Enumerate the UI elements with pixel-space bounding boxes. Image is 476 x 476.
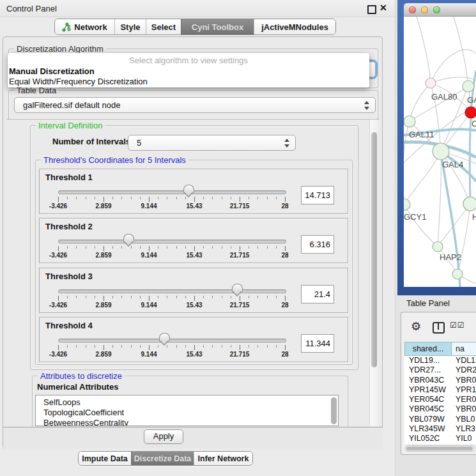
- table-row[interactable]: YDR27...YDR2: [404, 365, 476, 375]
- tab-label: Select: [151, 22, 176, 32]
- slider-track[interactable]: [58, 190, 286, 194]
- network-edge: [438, 151, 441, 247]
- scrollbar-thumb[interactable]: [406, 447, 473, 450]
- tab-select[interactable]: Select: [146, 19, 181, 35]
- zoom-traffic-light[interactable]: [433, 6, 440, 13]
- tab-infer-network[interactable]: Infer Network: [194, 452, 252, 465]
- tab-impute-data[interactable]: Impute Data: [79, 452, 131, 465]
- slider-track[interactable]: [58, 240, 286, 243]
- slider-track[interactable]: [58, 339, 286, 342]
- slider-thumb[interactable]: [123, 234, 134, 247]
- close-icon[interactable]: ✕: [380, 3, 387, 13]
- scrollbar-thumb[interactable]: [371, 132, 377, 367]
- threshold-row: Threshold 1-3.4262.8599.14415.4321.71528…: [39, 169, 348, 214]
- tab-jactivemnodules[interactable]: jActiveMNodules: [254, 19, 335, 35]
- minimize-traffic-light[interactable]: [421, 6, 428, 13]
- network-icon: [62, 22, 71, 32]
- gear-icon[interactable]: ⚙: [411, 319, 421, 333]
- network-node[interactable]: [465, 107, 476, 118]
- numerical-attributes-list[interactable]: SelfLoopsTopologicalCoefficientBetweenne…: [35, 395, 339, 426]
- interval-definition-group-title: Interval Definition: [36, 121, 105, 130]
- network-edge-thick: [441, 151, 460, 287]
- attribute-list-item[interactable]: BetweennessCentrality: [36, 418, 338, 426]
- threshold-label: Threshold 3: [45, 272, 93, 281]
- network-node[interactable]: [426, 78, 436, 88]
- attributes-group-title: Attributes to discretize: [38, 371, 125, 381]
- table-data-selected-value: galFiltered.sif default node: [23, 100, 120, 110]
- algorithm-dropdown-popup: Select algorithm to view settings Manual…: [8, 53, 369, 88]
- table-horizontal-scrollbar[interactable]: [405, 445, 475, 452]
- table-column-header[interactable]: shared...: [404, 342, 452, 356]
- threshold-row: Threshold 4-3.4262.8599.14415.4321.71528…: [39, 317, 348, 362]
- network-edge: [454, 17, 468, 86]
- threshold-value-field[interactable]: 6.316: [301, 235, 334, 254]
- select-columns-checkboxes-icon[interactable]: ☑☑: [450, 321, 465, 330]
- table-row[interactable]: YBL079WYBL0: [404, 415, 476, 424]
- tab-label: jActiveMNodules: [261, 22, 328, 32]
- algorithm-popup-hint: Select algorithm to view settings: [8, 56, 369, 65]
- table-row[interactable]: YBR045CYBR0: [404, 404, 476, 414]
- threshold-label: Threshold 1: [45, 173, 93, 182]
- table-data-combobox[interactable]: galFiltered.sif default node: [14, 97, 376, 113]
- network-node[interactable]: [433, 242, 443, 252]
- table-row[interactable]: YLR345WYLR3: [404, 424, 476, 434]
- network-node[interactable]: [404, 199, 410, 210]
- float-window-icon[interactable]: [367, 5, 376, 14]
- attribute-list-item[interactable]: TopologicalCoefficient: [36, 408, 338, 418]
- combo-arrows-icon: [364, 100, 369, 111]
- network-node[interactable]: [463, 81, 474, 92]
- node-label: GAL11: [409, 130, 434, 139]
- network-window-titlebar[interactable]: [404, 3, 476, 17]
- table-row[interactable]: YPR145WYPR1: [404, 385, 476, 395]
- cell-name: YER0: [456, 395, 476, 404]
- threshold-value-field[interactable]: 21.4: [301, 285, 334, 303]
- slider-scale-labels: -3.4262.8599.14415.4321.71528: [58, 203, 286, 211]
- table-row[interactable]: YER054CYER0: [404, 395, 476, 404]
- apply-button[interactable]: Apply: [144, 429, 183, 444]
- cell-shared-name: YBR045C: [409, 404, 444, 413]
- cell-shared-name: YDR27...: [409, 365, 441, 374]
- cell-shared-name: YER054C: [409, 395, 444, 404]
- column-layout-icon[interactable]: [433, 322, 445, 334]
- attribute-list-item[interactable]: SelfLoops: [36, 395, 338, 408]
- numerical-attributes-label: Numerical Attributes: [37, 382, 118, 392]
- tab-style[interactable]: Style: [114, 19, 146, 35]
- application-root: Control Panel ✕ NetworkStyleSelectCyni T…: [0, 0, 476, 476]
- threshold-value-field[interactable]: 11.344: [301, 334, 334, 353]
- close-traffic-light[interactable]: [409, 6, 416, 13]
- algorithm-option[interactable]: Equal Width/Frequency Discretization: [9, 77, 148, 86]
- number-of-intervals-spinner[interactable]: 5: [128, 135, 296, 151]
- network-node[interactable]: [463, 197, 476, 211]
- table-column-header[interactable]: na: [451, 342, 476, 356]
- table-panel-titlebar: Table Panel: [397, 295, 476, 312]
- tab-label: Style: [120, 22, 140, 32]
- network-canvas[interactable]: GAL80GACGAL11GAL4GCY1HAHAP2: [404, 17, 476, 287]
- slider-thumb[interactable]: [159, 333, 170, 346]
- list-scrollbar-thumb[interactable]: [331, 397, 337, 424]
- cell-name: YBR0: [456, 404, 476, 413]
- spinner-arrows-icon: [284, 138, 289, 148]
- network-view-window: GAL80GACGAL11GAL4GCY1HAHAP2: [397, 0, 476, 295]
- main-vertical-scrollbar[interactable]: [369, 119, 379, 426]
- cell-shared-name: YPR145W: [409, 385, 446, 394]
- slider-thumb[interactable]: [183, 185, 194, 198]
- tab-discretize-data[interactable]: Discretize Data: [131, 452, 194, 465]
- slider-ticks: [58, 345, 286, 351]
- slider-scale-labels: -3.4262.8599.14415.4321.71528: [58, 302, 286, 310]
- slider-thumb[interactable]: [232, 284, 243, 297]
- table-row[interactable]: YIL052CYIL0: [404, 434, 476, 443]
- table-row[interactable]: YBR043CYBR0: [404, 376, 476, 385]
- network-node[interactable]: [452, 269, 463, 279]
- slider-track[interactable]: [58, 289, 286, 293]
- network-edge: [404, 151, 441, 204]
- node-label: GA: [467, 95, 476, 105]
- tab-cyni-toolbox[interactable]: Cyni Toolbox: [181, 19, 254, 35]
- threshold-value-field[interactable]: 14.713: [301, 186, 334, 204]
- node-label: GAL80: [431, 92, 457, 102]
- network-node[interactable]: [404, 116, 415, 127]
- tab-network[interactable]: Network: [55, 19, 114, 35]
- table-body: YDL19...YDL1YDR27...YDR2YBR043CYBR0YPR14…: [404, 356, 476, 444]
- network-node[interactable]: [433, 143, 449, 160]
- algorithm-option[interactable]: Manual Discretization: [9, 66, 95, 76]
- table-row[interactable]: YDL19...YDL1: [404, 356, 476, 365]
